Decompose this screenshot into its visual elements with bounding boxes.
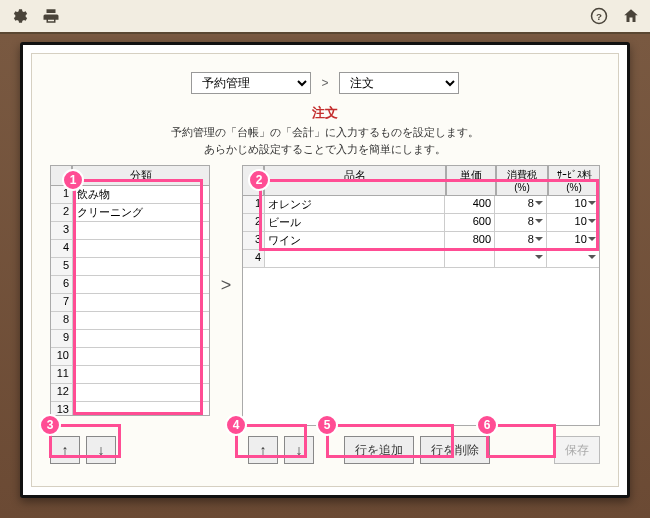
category-row[interactable]: 1飲み物 (51, 186, 209, 204)
category-cell[interactable] (73, 258, 209, 276)
category-cell[interactable] (73, 330, 209, 348)
print-icon[interactable] (40, 5, 62, 27)
row-number: 3 (51, 222, 73, 240)
category-row[interactable]: 11 (51, 366, 209, 384)
breadcrumb-level1-select[interactable]: 予約管理 (191, 72, 311, 94)
breadcrumb: 予約管理 > 注文 (32, 54, 618, 102)
row-number: 13 (51, 402, 73, 416)
svg-text:?: ? (596, 11, 602, 22)
category-move-down-button[interactable]: ↓ (86, 436, 116, 464)
item-header-name: 品名 (264, 165, 446, 196)
row-number: 3 (243, 232, 265, 250)
breadcrumb-level2-select[interactable]: 注文 (339, 72, 459, 94)
category-row[interactable]: 8 (51, 312, 209, 330)
item-service-cell[interactable]: 10 (547, 214, 599, 232)
category-row[interactable]: 9 (51, 330, 209, 348)
row-number: 8 (51, 312, 73, 330)
top-bar: ? (0, 0, 650, 34)
item-price-cell[interactable]: 400 (445, 196, 495, 214)
item-move-down-button[interactable]: ↓ (284, 436, 314, 464)
row-number: 6 (51, 276, 73, 294)
category-grid-body[interactable]: 1飲み物2クリーニング345678910111213 (50, 186, 210, 416)
item-price-cell[interactable]: 600 (445, 214, 495, 232)
item-header-price: 単価 (446, 165, 496, 196)
category-row[interactable]: 4 (51, 240, 209, 258)
item-service-cell[interactable]: 10 (547, 232, 599, 250)
row-number: 10 (51, 348, 73, 366)
category-row[interactable]: 13 (51, 402, 209, 416)
item-tax-cell[interactable] (495, 250, 547, 268)
row-number: 2 (51, 204, 73, 222)
item-row[interactable]: 4 (243, 250, 599, 268)
item-name-cell[interactable]: ワイン (265, 232, 445, 250)
item-header-tax: 消費税(%) (496, 165, 548, 196)
row-number: 7 (51, 294, 73, 312)
category-cell[interactable] (73, 222, 209, 240)
item-grid-body[interactable]: 1オレンジ4008 10 2ビール6008 10 3ワイン8008 10 4 (242, 196, 600, 426)
category-row[interactable]: 12 (51, 384, 209, 402)
breadcrumb-separator: > (321, 76, 328, 90)
paper-surface: 予約管理 > 注文 注文 予約管理の「台帳」の「会計」に入力するものを設定します… (31, 53, 619, 487)
gear-icon[interactable] (8, 5, 30, 27)
category-row[interactable]: 2クリーニング (51, 204, 209, 222)
row-number: 11 (51, 366, 73, 384)
category-cell[interactable] (73, 402, 209, 416)
category-cell[interactable] (73, 312, 209, 330)
category-cell[interactable]: クリーニング (73, 204, 209, 222)
item-row[interactable]: 3ワイン8008 10 (243, 232, 599, 250)
add-row-button[interactable]: 行を追加 (344, 436, 414, 464)
item-price-cell[interactable]: 800 (445, 232, 495, 250)
category-cell[interactable] (73, 294, 209, 312)
category-cell[interactable] (73, 348, 209, 366)
row-number: 2 (243, 214, 265, 232)
item-move-up-button[interactable]: ↑ (248, 436, 278, 464)
item-header-num (242, 165, 264, 196)
category-cell[interactable] (73, 276, 209, 294)
item-name-cell[interactable]: オレンジ (265, 196, 445, 214)
transfer-arrow: > (216, 165, 236, 296)
row-number: 9 (51, 330, 73, 348)
row-number: 4 (51, 240, 73, 258)
item-grid: 品名 単価 消費税(%) ｻｰﾋﾞｽ料(%) 1オレンジ4008 10 2ビール… (242, 165, 600, 426)
row-number: 12 (51, 384, 73, 402)
help-icon[interactable]: ? (588, 5, 610, 27)
category-row[interactable]: 6 (51, 276, 209, 294)
category-cell[interactable] (73, 384, 209, 402)
row-number: 1 (243, 196, 265, 214)
row-number: 4 (243, 250, 265, 268)
save-button[interactable]: 保存 (554, 436, 600, 464)
item-name-cell[interactable]: ビール (265, 214, 445, 232)
category-cell[interactable] (73, 240, 209, 258)
item-header-service: ｻｰﾋﾞｽ料(%) (548, 165, 600, 196)
category-header-num (50, 165, 72, 186)
row-number: 1 (51, 186, 73, 204)
item-row[interactable]: 1オレンジ4008 10 (243, 196, 599, 214)
item-service-cell[interactable] (547, 250, 599, 268)
category-move-up-button[interactable]: ↑ (50, 436, 80, 464)
item-tax-cell[interactable]: 8 (495, 196, 547, 214)
row-number: 5 (51, 258, 73, 276)
item-tax-cell[interactable]: 8 (495, 214, 547, 232)
category-cell[interactable] (73, 366, 209, 384)
page-description: 予約管理の「台帳」の「会計」に入力するものを設定します。 あらかじめ設定すること… (32, 124, 618, 157)
main-panel: 予約管理 > 注文 注文 予約管理の「台帳」の「会計」に入力するものを設定します… (20, 42, 630, 498)
home-icon[interactable] (620, 5, 642, 27)
category-row[interactable]: 7 (51, 294, 209, 312)
category-row[interactable]: 3 (51, 222, 209, 240)
item-service-cell[interactable]: 10 (547, 196, 599, 214)
item-price-cell[interactable] (445, 250, 495, 268)
page-title: 注文 (32, 104, 618, 122)
delete-row-button[interactable]: 行を削除 (420, 436, 490, 464)
item-row[interactable]: 2ビール6008 10 (243, 214, 599, 232)
item-tax-cell[interactable]: 8 (495, 232, 547, 250)
category-header-label: 分類 (72, 165, 210, 186)
item-name-cell[interactable] (265, 250, 445, 268)
category-cell[interactable]: 飲み物 (73, 186, 209, 204)
category-row[interactable]: 10 (51, 348, 209, 366)
category-grid: 分類 1飲み物2クリーニング345678910111213 (50, 165, 210, 416)
category-row[interactable]: 5 (51, 258, 209, 276)
